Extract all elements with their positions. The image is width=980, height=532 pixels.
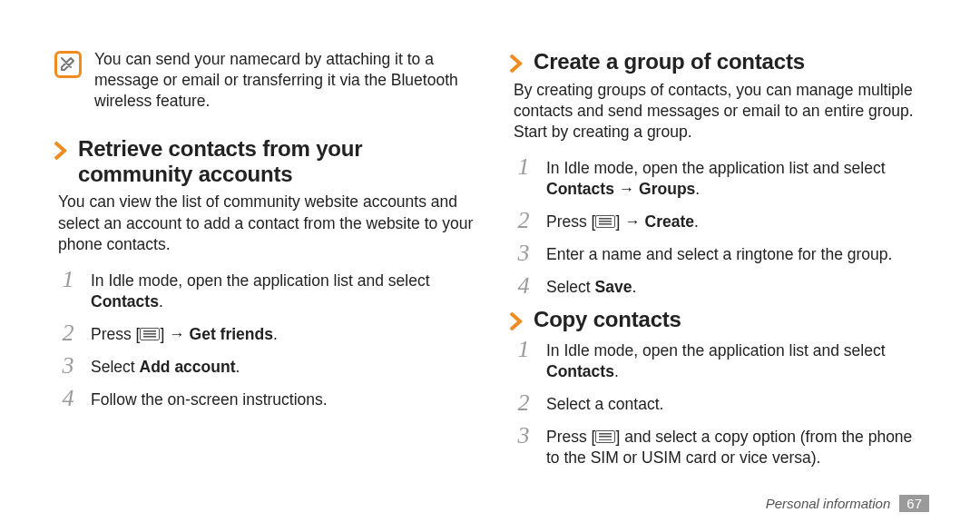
chevron-right-icon — [510, 54, 523, 73]
step-item: 3Press [] and select a copy option (from… — [512, 424, 929, 468]
step-text: Press [] and select a copy option (from … — [546, 424, 929, 468]
section-heading-retrieve: Retrieve contacts from your community ac… — [54, 136, 474, 186]
step-number: 1 — [56, 268, 80, 291]
step-number: 2 — [512, 391, 535, 415]
section-body: You can view the list of community websi… — [58, 192, 474, 254]
step-text: Select Add account. — [91, 354, 240, 378]
step-number: 1 — [512, 155, 535, 179]
steps-create-group: 1In Idle mode, open the application list… — [512, 155, 929, 298]
step-bold: Create — [645, 212, 694, 231]
menu-icon — [595, 215, 615, 228]
step-number: 2 — [56, 321, 80, 345]
step-text: Select a contact. — [546, 391, 663, 415]
step-number: 3 — [512, 241, 535, 265]
step-item: 4Select Save. — [512, 274, 929, 298]
step-bold: Contacts → Groups — [546, 180, 695, 198]
section-heading-copy: Copy contacts — [510, 307, 929, 332]
step-item: 3Select Add account. — [56, 354, 474, 378]
step-number: 1 — [512, 338, 535, 361]
section-body: By creating groups of contacts, you can … — [514, 80, 929, 143]
step-text: Select Save. — [546, 274, 636, 298]
step-bold: Get friends — [190, 325, 273, 343]
step-item: 4Follow the on-screen instructions. — [56, 387, 474, 410]
step-item: 1In Idle mode, open the application list… — [512, 338, 929, 382]
step-item: 2Select a contact. — [512, 391, 929, 415]
step-item: 1In Idle mode, open the application list… — [512, 155, 929, 200]
step-text: In Idle mode, open the application list … — [546, 338, 929, 382]
step-number: 3 — [512, 424, 535, 448]
step-item: 2Press [] → Get friends. — [56, 321, 474, 345]
step-text: In Idle mode, open the application list … — [546, 155, 929, 200]
footer-section-name: Personal information — [766, 496, 891, 511]
step-text: Press [] → Create. — [546, 209, 699, 232]
step-number: 4 — [512, 274, 535, 298]
heading-text: Create a group of contacts — [534, 49, 805, 74]
steps-retrieve: 1In Idle mode, open the application list… — [56, 268, 474, 410]
heading-text: Retrieve contacts from your community ac… — [78, 136, 474, 186]
step-text: In Idle mode, open the application list … — [91, 268, 474, 312]
step-text: Enter a name and select a ringtone for t… — [546, 241, 892, 265]
step-number: 3 — [56, 354, 80, 378]
step-item: 1In Idle mode, open the application list… — [56, 268, 474, 312]
step-text: Follow the on-screen instructions. — [91, 387, 328, 410]
section-heading-create-group: Create a group of contacts — [510, 49, 929, 74]
chevron-right-icon — [54, 142, 67, 160]
step-number: 4 — [56, 387, 80, 410]
tip-text: You can send your namecard by attaching … — [94, 49, 474, 111]
step-text: Press [] → Get friends. — [91, 321, 278, 345]
step-bold: Contacts — [546, 362, 614, 380]
menu-icon — [595, 430, 615, 443]
step-bold: Contacts — [91, 292, 159, 310]
step-number: 2 — [512, 209, 535, 232]
footer-page-number: 67 — [899, 495, 929, 512]
pencil-check-icon — [54, 51, 82, 78]
tip-box: You can send your namecard by attaching … — [54, 49, 474, 111]
heading-text: Copy contacts — [534, 307, 681, 332]
manual-page: You can send your namecard by attaching … — [0, 0, 980, 532]
page-footer: Personal information 67 — [766, 495, 929, 512]
menu-icon — [140, 328, 160, 340]
steps-copy: 1In Idle mode, open the application list… — [512, 338, 929, 468]
left-column: You can send your namecard by attaching … — [54, 49, 474, 508]
step-item: 3Enter a name and select a ringtone for … — [512, 241, 929, 265]
step-item: 2Press [] → Create. — [512, 209, 929, 232]
step-bold: Save — [595, 278, 632, 296]
right-column: Create a group of contacts By creating g… — [510, 49, 929, 508]
chevron-right-icon — [510, 312, 523, 330]
step-bold: Add account — [140, 358, 236, 376]
